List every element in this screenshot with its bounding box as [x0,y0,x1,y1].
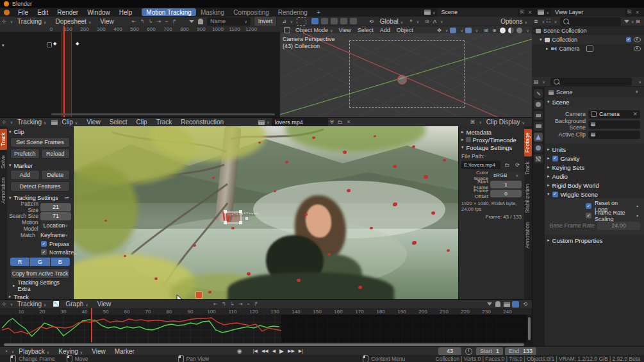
menu-view-timeline[interactable]: View [87,348,110,355]
prev-keyframe-button[interactable]: ◀◀ [261,349,268,354]
snap-icon[interactable]: ⌖ [408,18,415,24]
keyframe-diamond[interactable]: ◆ [53,41,56,46]
start-frame-pill[interactable]: Start1 [476,347,503,356]
outliner-row-scene-collection[interactable]: Scene Collection [532,26,644,35]
object-mode-dropdown[interactable]: Object Mode∨ [293,27,335,33]
visibility-eye-icon[interactable] [634,37,641,42]
camera-value-field[interactable]: Camera✕ [588,110,640,119]
secondary-marker[interactable] [195,292,202,299]
tracking-curves[interactable] [0,316,532,344]
menu-marker[interactable]: Marker [110,348,139,355]
frame-offset-field[interactable]: 0 [490,190,522,197]
dopesheet-mode-dropdown[interactable]: Tracking∨ [13,18,51,25]
motion-model-dropdown[interactable]: Location∨ [40,221,71,229]
keyframe-diamond[interactable]: ◆ [76,41,79,46]
orientation-icon[interactable]: ⟲ [367,19,376,24]
jump-icons[interactable]: ⇤ ↰ ↳ ⇥ ⌁ ↱ [211,301,261,307]
clip-menu-track[interactable]: Track [152,119,177,126]
clip-toggle-icon[interactable] [504,302,510,307]
options-dropdown[interactable]: Options∨ [496,18,532,25]
select-mode-invert-icon[interactable] [340,18,347,24]
render-properties-icon[interactable] [534,100,543,109]
dopesheet-hscrollbar[interactable] [51,113,275,115]
proxy-panel-header[interactable]: ▸Proxy/Timecode [461,136,522,144]
panel-wiggle-scene[interactable]: ▾✓Wiggle Scene [545,190,644,199]
viewlayer-icon[interactable] [538,10,544,15]
dopesheet-playhead[interactable] [63,26,65,117]
xray-toggle-icon[interactable] [465,28,472,33]
panel-custom-properties[interactable]: ▸Custom Properties [545,236,644,245]
scene-datablock-icon[interactable] [424,10,431,15]
tab-masking[interactable]: Masking [196,9,229,16]
jump-icons[interactable]: ⇤ ↰ ↳ ⇥ ⌁ ↱ [130,19,179,24]
falloff-icon[interactable]: Λ [431,19,438,24]
invert-filter-button[interactable]: Invert [254,16,277,26]
play-reverse-button[interactable]: ◀ [272,349,276,354]
viewport-canvas[interactable]: Camera Perspective (43) Collection [280,33,532,117]
background-scene-field[interactable] [588,120,640,129]
clip-menu-select[interactable]: Select [105,119,132,126]
outliner-row-collection[interactable]: ▾ Collection ✓ [532,35,644,44]
panel-units[interactable]: ▸Units [545,145,644,154]
reset-on-loop-checkbox[interactable]: ✓ [586,203,591,209]
start-frame-field[interactable]: 1 [490,181,522,188]
scene-delete-icon[interactable]: ✕ [526,10,534,15]
select-mode-new-icon[interactable] [311,18,318,24]
play-button[interactable]: ▶ [279,348,284,354]
shading-solid-icon[interactable]: ⊕ [490,28,499,33]
clip-panel-header[interactable]: ▾Clip [9,128,71,136]
proportional-edit-icon[interactable]: ⊙ [423,19,431,24]
auto-keying-icon[interactable]: ◉ [235,348,244,354]
tab-track[interactable]: Track [0,129,7,150]
set-scene-frames-button[interactable]: Set Scene Frames [10,137,70,147]
tool-icon[interactable]: ⊹ [0,119,8,125]
scene-panel-header[interactable]: ▾Scene [545,97,644,106]
panel-keying-sets[interactable]: ▸Keying Sets [545,163,644,172]
wiggle-checkbox[interactable]: ✓ [552,192,558,197]
tab-annotation[interactable]: Annotation [0,174,7,208]
view-layer-selector[interactable]: View Layer [551,8,625,17]
add-marker-button[interactable]: Add [10,170,40,180]
reload-icon[interactable]: ⟳ [513,162,522,168]
menu-file[interactable]: File [13,9,33,16]
active-tool-icon[interactable]: ⊿ [280,19,288,24]
orientation-dropdown[interactable]: Global∨ [376,18,408,25]
pivot-icon[interactable]: ⌘ [468,119,477,125]
unlink-icon[interactable]: ✕ [345,119,353,125]
jump-start-button[interactable]: |◀ [253,349,258,354]
reprojection-toggle-icon[interactable]: ⟲ [521,301,529,307]
world-properties-icon[interactable] [534,144,543,152]
graph-toggle-icon[interactable] [512,301,519,308]
collection-checkbox[interactable]: ✓ [626,37,631,42]
channel-b-button[interactable]: B [51,258,70,266]
only-selected-icon[interactable] [198,19,203,24]
clip-view-dropdown[interactable]: Clip∨ [58,119,83,126]
base-frame-rate-field[interactable]: 24.00 [597,222,640,230]
shading-preview-icon[interactable] [516,28,522,33]
dopesheet-ruler[interactable]: 0100200300400500600700800900100011001200 [0,26,280,33]
outliner-filter-icon[interactable] [624,20,629,23]
scene-new-icon[interactable]: ⎘ [518,9,525,15]
channel-expand-icon[interactable]: ▾ [2,43,4,48]
tool-properties-icon[interactable] [534,89,543,98]
search-size-field[interactable]: 71 [40,212,71,220]
clip-display-dropdown[interactable]: Clip Display∨ [482,119,529,126]
expand-icon[interactable]: ▸ [546,46,549,51]
channel-r-button[interactable]: R [10,258,29,266]
gravity-checkbox[interactable]: ✓ [552,156,558,161]
tracking-settings-extra-header[interactable]: ▸Tracking Settings Extra [9,281,71,290]
menu-window[interactable]: Window [83,9,115,16]
clip-menu-reconstruction[interactable]: Reconstruction [176,119,228,126]
footage-settings-header[interactable]: ▾Footage Settings [461,144,522,151]
properties-search-input[interactable] [550,78,632,86]
select-box-tool-icon[interactable] [297,17,306,26]
visibility-eye-icon[interactable] [634,46,641,51]
outliner-display-mode-icon[interactable]: ≣ [532,19,540,24]
viewlayer-delete-icon[interactable]: ✕ [633,10,641,15]
tab-solve[interactable]: Solve [0,151,7,172]
properties-options-icon[interactable]: ∨ [639,79,641,84]
select-mode-subtract-icon[interactable] [331,18,338,24]
shading-wireframe-icon[interactable]: ⊞ [482,28,490,33]
texture-properties-icon[interactable] [534,154,543,163]
shading-material-icon[interactable] [500,28,506,33]
